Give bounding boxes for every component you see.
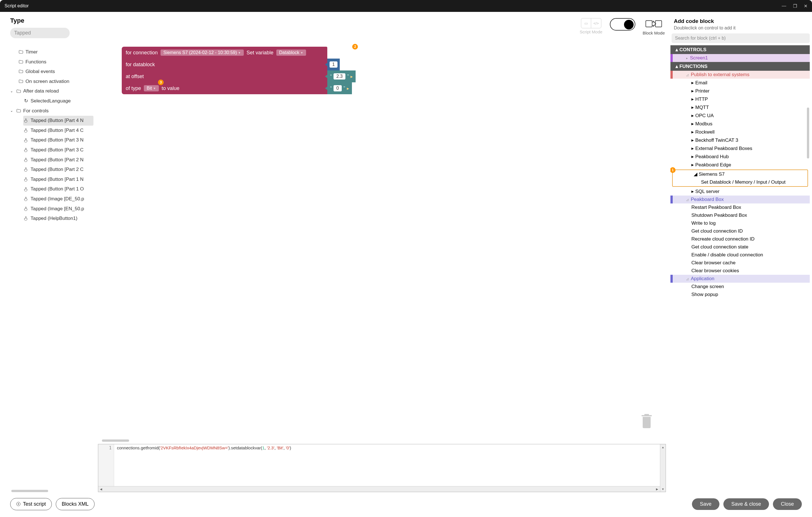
palette-siemens-highlight: 1 ◢ Siemens S7 Set Datablock / Memory / … bbox=[672, 170, 808, 187]
type-dropdown[interactable]: Bit▼ bbox=[144, 85, 159, 91]
code-body[interactable]: connections.getfromid('2VKFsRbfIekIx4aDj… bbox=[114, 444, 660, 492]
palette-peakbox[interactable]: ◿Peakboard Box bbox=[670, 195, 810, 204]
palette-item[interactable]: Clear browser cache bbox=[670, 259, 810, 267]
tap-icon bbox=[23, 206, 29, 212]
variable-dropdown[interactable]: Datablock▼ bbox=[276, 50, 306, 56]
tap-icon bbox=[23, 177, 29, 182]
tree-control-item[interactable]: Tapped (Image [DE_50.p bbox=[23, 194, 93, 204]
search-input[interactable]: Search for block (ctrl + b) bbox=[672, 33, 810, 43]
tree-for-controls[interactable]: ⌄ For controls bbox=[10, 106, 93, 116]
tree-timer[interactable]: Timer bbox=[18, 47, 93, 57]
save-button[interactable]: Save bbox=[692, 498, 719, 510]
tree-control-item[interactable]: Tapped (Image [EN_50.p bbox=[23, 204, 93, 214]
center-panel: ▭</> Script Mode Block Mode 2 bbox=[93, 12, 670, 494]
script-mode-icon: ▭</> bbox=[581, 18, 601, 28]
palette-item[interactable]: ▸ External Peakboard Boxes bbox=[670, 144, 810, 153]
tree-control-item[interactable]: Tapped (Button [Part 4 C bbox=[23, 126, 93, 135]
palette-item[interactable]: ▸ HTTP bbox=[670, 95, 810, 103]
scrollbar-horizontal[interactable]: ◀▶ bbox=[98, 486, 660, 492]
close-icon[interactable]: ✕ bbox=[804, 3, 808, 9]
save-close-button[interactable]: Save & close bbox=[723, 498, 769, 510]
folder-icon bbox=[16, 108, 22, 114]
tree-control-item[interactable]: Tapped (Button [Part 1 O bbox=[23, 184, 93, 194]
test-script-button[interactable]: Test script bbox=[10, 498, 52, 510]
datablock-input[interactable]: 1 bbox=[327, 59, 340, 70]
tree-after-reload[interactable]: ⌄ After data reload bbox=[10, 86, 93, 96]
folder-icon bbox=[18, 79, 24, 84]
palette-item[interactable]: ▸ Peakboard Edge bbox=[670, 161, 810, 169]
palette-item[interactable]: ▸ Beckhoff TwinCAT 3 bbox=[670, 136, 810, 144]
scrollbar-vertical[interactable] bbox=[807, 108, 809, 158]
chevron-down-icon[interactable]: ⌄ bbox=[10, 88, 14, 94]
scrollbar-horizontal[interactable] bbox=[11, 490, 48, 492]
connection-dropdown[interactable]: Siemens S7 (2024-02-12 - 10:30:59)▼ bbox=[161, 50, 244, 56]
window-title: Script editor bbox=[4, 3, 29, 8]
maximize-icon[interactable]: ❐ bbox=[793, 3, 797, 9]
offset-input[interactable]: “2.3”▸ bbox=[327, 70, 356, 82]
palette-item[interactable]: Restart Peakboard Box bbox=[670, 204, 810, 211]
palette-item[interactable]: Write to log bbox=[670, 219, 810, 227]
tree-control-item[interactable]: Tapped (Button [Part 3 C bbox=[23, 145, 93, 155]
close-button[interactable]: Close bbox=[773, 498, 802, 510]
palette-sub: Doubleclick on control to add it bbox=[670, 26, 810, 31]
code-line-number: 1 bbox=[98, 444, 114, 492]
palette-publish[interactable]: ◿Publish to external systems bbox=[670, 71, 810, 79]
tree-control-item[interactable]: Tapped (HelpButton1) bbox=[23, 214, 93, 223]
chevron-down-icon[interactable]: ⌄ bbox=[10, 108, 14, 114]
mode-toggle[interactable] bbox=[610, 18, 635, 31]
tree-selected-language[interactable]: ↻ SelectedLanguage bbox=[23, 96, 93, 106]
palette-screen1[interactable]: ▸Screen1 bbox=[670, 54, 810, 62]
palette-item[interactable]: Enable / disable cloud connection bbox=[670, 251, 810, 259]
blocks-xml-button[interactable]: Blocks XML bbox=[56, 498, 94, 510]
type-value-pill: Tapped bbox=[10, 28, 70, 38]
palette-sql[interactable]: ▸ SQL server bbox=[670, 187, 810, 195]
tap-icon bbox=[23, 186, 29, 192]
siemens-block[interactable]: 2 for connection Siemens S7 (2024-02-12 … bbox=[122, 47, 356, 94]
value-input[interactable]: “0”▸ bbox=[327, 82, 352, 94]
palette-application[interactable]: ◿Application bbox=[670, 275, 810, 283]
tap-icon bbox=[23, 196, 29, 202]
palette-siemens[interactable]: ◢ Siemens S7 bbox=[673, 170, 808, 178]
folder-icon bbox=[18, 59, 24, 65]
badge-2: 2 bbox=[352, 44, 358, 50]
scrollbar-horizontal[interactable] bbox=[102, 439, 129, 442]
palette-item[interactable]: Shutdown Peakboard Box bbox=[670, 211, 810, 219]
tree-functions[interactable]: Functions bbox=[18, 57, 93, 67]
folder-icon bbox=[16, 89, 22, 94]
left-sidebar: Type Tapped Timer Functions Global event… bbox=[0, 12, 93, 494]
badge-3: 3 bbox=[158, 80, 164, 85]
tree-control-item[interactable]: Tapped (Button [Part 3 N bbox=[23, 135, 93, 145]
play-icon bbox=[16, 502, 21, 506]
event-tree: Timer Functions Global events On screen … bbox=[10, 47, 93, 223]
folder-icon bbox=[18, 49, 24, 55]
palette-item[interactable]: Get cloud connection state bbox=[670, 243, 810, 251]
palette-item[interactable]: Clear browser cookies bbox=[670, 267, 810, 275]
trash-icon[interactable] bbox=[640, 412, 654, 430]
palette-item[interactable]: Recreate cloud connection ID bbox=[670, 235, 810, 243]
tree-on-screen[interactable]: On screen activation bbox=[18, 77, 93, 87]
mode-toggle-group bbox=[610, 18, 635, 31]
palette-item[interactable]: ▸ Printer bbox=[670, 87, 810, 95]
palette-item[interactable]: ▸ Email bbox=[670, 79, 810, 87]
palette-item[interactable]: Get cloud connection ID bbox=[670, 227, 810, 235]
tree-control-item[interactable]: Tapped (Button [Part 4 N bbox=[23, 116, 93, 126]
tap-icon bbox=[23, 216, 29, 221]
palette-item[interactable]: ▸ Rockwell bbox=[670, 128, 810, 136]
palette-siemens-setdb[interactable]: Set Datablock / Memory / Input / Output bbox=[673, 178, 808, 186]
tree-global-events[interactable]: Global events bbox=[18, 67, 93, 77]
minimize-icon[interactable]: — bbox=[782, 3, 786, 8]
tree-control-item[interactable]: Tapped (Button [Part 1 N bbox=[23, 175, 93, 184]
tree-control-item[interactable]: Tapped (Button [Part 2 C bbox=[23, 165, 93, 175]
block-canvas[interactable]: 2 for connection Siemens S7 (2024-02-12 … bbox=[93, 38, 670, 438]
palette-item[interactable]: ▸ Peakboard Hub bbox=[670, 153, 810, 161]
functions-header[interactable]: ▴ FUNCTIONS bbox=[670, 62, 810, 71]
block-mode-group: Block Mode bbox=[643, 18, 665, 35]
tree-control-item[interactable]: Tapped (Button [Part 2 N bbox=[23, 155, 93, 165]
scrollbar-vertical[interactable]: ▲▼ bbox=[660, 444, 666, 492]
palette-item[interactable]: Show popup bbox=[670, 291, 810, 299]
palette-item[interactable]: ▸ MQTT bbox=[670, 103, 810, 112]
palette-item[interactable]: ▸ OPC UA bbox=[670, 112, 810, 120]
palette-item[interactable]: Change screen bbox=[670, 283, 810, 291]
palette-item[interactable]: ▸ Modbus bbox=[670, 120, 810, 128]
controls-header[interactable]: ▴ CONTROLS bbox=[670, 45, 810, 54]
